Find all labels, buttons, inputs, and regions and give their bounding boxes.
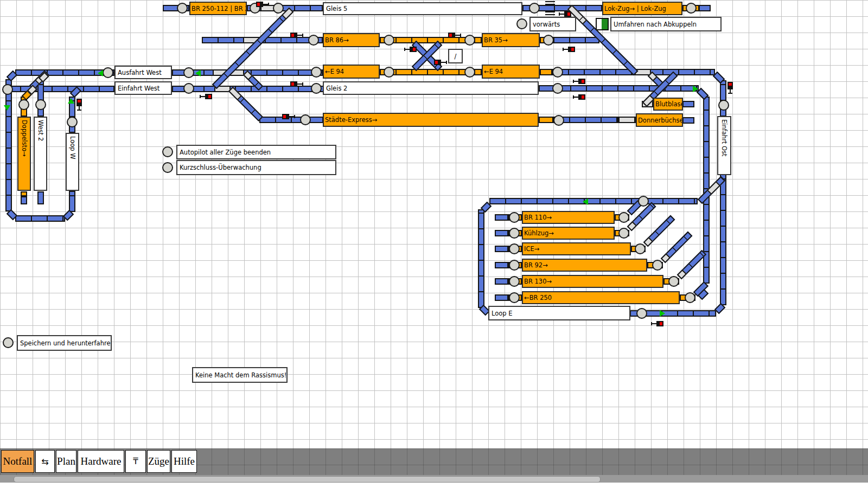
sensor-button[interactable] [635, 243, 646, 254]
sensor-button[interactable] [183, 83, 194, 94]
sensor-button[interactable] [509, 276, 520, 287]
sensor-button[interactable] [618, 212, 629, 223]
block-blutblase[interactable]: Blutblase [653, 98, 683, 111]
signal-icon[interactable] [573, 93, 587, 104]
sensor-button[interactable] [183, 67, 194, 78]
sensor-button[interactable] [311, 83, 322, 94]
umfahren-state-indicator[interactable] [596, 18, 609, 30]
block-staedte-express[interactable]: Städte-Express→ [323, 113, 539, 127]
action-kurzschluss[interactable]: Kurzschluss-Überwachung [176, 160, 336, 175]
sensor-button[interactable] [177, 3, 188, 14]
sensor-button[interactable] [311, 67, 322, 78]
sensor-button[interactable] [464, 35, 475, 46]
signal-icon[interactable] [282, 113, 296, 124]
signal-icon[interactable] [290, 80, 304, 91]
block-br250[interactable]: ←BR 250 [522, 291, 680, 304]
sensor-button[interactable] [685, 292, 695, 303]
sensor-button[interactable] [543, 35, 554, 46]
signal-icon[interactable] [290, 31, 304, 42]
sensor-button[interactable] [552, 67, 563, 78]
sensor-button[interactable] [384, 35, 394, 46]
sensor-button[interactable] [67, 117, 78, 127]
block-e94-right[interactable]: ←E 94 [482, 65, 540, 79]
sensor-button[interactable] [618, 228, 629, 239]
action-speichern[interactable]: Speichern und herunterfahren [17, 335, 112, 351]
route-west2[interactable]: West 2 [34, 117, 47, 191]
block-donnerbuechse[interactable]: Donnerbüchse [636, 113, 683, 127]
sensor-button[interactable] [273, 3, 284, 14]
sensor-button[interactable] [553, 115, 564, 126]
sensor-button[interactable] [2, 84, 13, 95]
sensor-button[interactable] [529, 3, 540, 14]
plan-button[interactable]: Plan [56, 450, 76, 473]
track-segment [21, 196, 27, 204]
block-ice[interactable]: ICE→ [522, 242, 631, 255]
route-einfahrt-west[interactable]: Einfahrt West [114, 81, 172, 95]
block-lok-zug[interactable]: Lok-Zug→ | Lok-Zug [602, 2, 682, 15]
signal-icon[interactable] [404, 46, 418, 56]
sensor-button[interactable] [652, 260, 663, 271]
hardware-button[interactable]: Hardware [78, 450, 124, 473]
signal-icon[interactable] [256, 1, 270, 11]
sensor-button[interactable] [3, 337, 14, 348]
sensor-button[interactable] [35, 99, 46, 110]
action-umfahren[interactable]: Umfahren nach Abkuppeln [610, 17, 722, 31]
track-segment [540, 69, 552, 75]
block-br250-112[interactable]: BR 250-112 | BR 25 [189, 2, 247, 15]
sensor-button[interactable] [18, 99, 29, 110]
sensor-button[interactable] [509, 212, 520, 223]
route-loop-w[interactable]: Loop W [66, 133, 79, 191]
sensor-button[interactable] [162, 146, 173, 157]
signal-icon[interactable] [563, 46, 577, 56]
sensor-button[interactable] [668, 276, 679, 287]
direction-arrow-icon [660, 310, 665, 317]
sensor-button[interactable] [638, 196, 649, 207]
swap-direction-icon[interactable]: ⇆ [35, 450, 55, 473]
sensor-button[interactable] [636, 308, 647, 319]
signal-icon[interactable] [651, 320, 665, 331]
action-autopilot-stop[interactable]: Autopilot aller Züge beenden [176, 145, 336, 159]
sensor-button[interactable] [552, 83, 563, 94]
sensor-button[interactable] [509, 292, 520, 303]
signal-tool-icon[interactable]: ₸ [125, 450, 146, 473]
route-einfahrt-ost[interactable]: Einfahrt Ost [717, 116, 731, 175]
route-ausfahrt-west[interactable]: Ausfahrt West [114, 66, 172, 79]
block-e94-left[interactable]: ←E 94 [323, 65, 380, 79]
signal-icon[interactable] [727, 82, 742, 93]
horizontal-scrollbar[interactable] [0, 475, 868, 483]
block-br35[interactable]: BR 35→ [482, 33, 540, 47]
block-kuehlzug[interactable]: Kühlzug→ [522, 227, 615, 240]
sensor-button[interactable] [718, 100, 729, 111]
sensor-button[interactable] [103, 67, 113, 78]
sensor-button[interactable] [464, 67, 475, 78]
sensor-button[interactable] [509, 260, 520, 271]
sensor-button[interactable] [516, 18, 527, 29]
signal-icon[interactable] [76, 99, 91, 110]
signal-icon[interactable] [559, 10, 573, 21]
route-gleis2[interactable]: Gleis 2 [323, 81, 539, 95]
sensor-button[interactable] [308, 35, 319, 46]
scrollbar-thumb[interactable] [14, 476, 601, 483]
signal-icon[interactable] [200, 93, 214, 104]
notfall-button[interactable]: Notfall [1, 450, 34, 473]
sensor-button[interactable] [509, 228, 520, 239]
track-segment [618, 117, 636, 123]
sensor-button[interactable] [162, 162, 173, 173]
sensor-button[interactable] [384, 67, 394, 78]
sensor-button[interactable] [300, 114, 311, 125]
signal-icon[interactable] [448, 31, 462, 42]
route-gleis5[interactable]: Gleis 5 [323, 2, 522, 15]
block-br130[interactable]: BR 130→ [522, 275, 663, 288]
signal-icon[interactable] [434, 59, 448, 69]
sensor-button[interactable] [509, 243, 520, 254]
hilfe-button[interactable]: Hilfe [171, 450, 197, 473]
route-loop-e[interactable]: Loop E [488, 306, 630, 320]
block-br110[interactable]: BR 110→ [522, 211, 615, 224]
block-doppelstock[interactable]: Doppelsto→ [17, 117, 31, 191]
switch-command-box[interactable]: / [448, 49, 463, 63]
sensor-button[interactable] [686, 3, 697, 14]
zuege-button[interactable]: Züge [147, 450, 170, 473]
signal-icon[interactable] [573, 78, 587, 88]
block-br86[interactable]: BR 86→ [323, 33, 380, 47]
block-br92[interactable]: BR 92→ [522, 259, 647, 272]
